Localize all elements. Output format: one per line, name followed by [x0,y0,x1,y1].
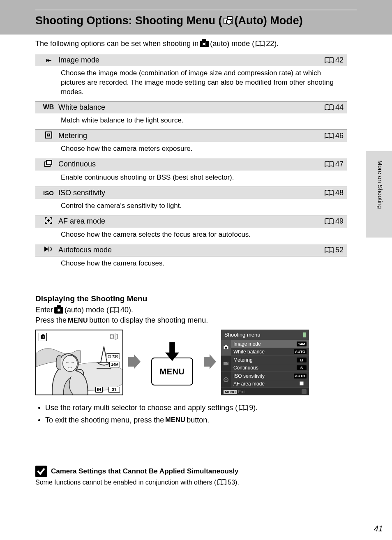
book-icon [325,218,334,224]
iso-icon: ISO [43,189,54,196]
option-label: AF area mode [58,217,325,226]
option-page: 52 [335,246,344,254]
text: Use the rotary multi selector to choose … [45,402,238,413]
option-desc: Enable continuous shooting or BSS (best … [35,171,347,187]
svg-rect-5 [46,160,52,165]
option-desc: Choose how the camera meters exposure. [35,142,347,158]
book-icon [256,41,265,47]
menu-item: ISO sensitivity AUTO [231,372,309,380]
option-desc: Choose how the camera selects the focus … [35,228,347,244]
option-row-header: ⇤ Image mode 42 [35,54,347,66]
option-row-header: Autofocus mode 52 [35,244,347,256]
option-page: 44 [335,103,344,112]
help-icon [302,389,307,394]
menu-item-value: AUTO [294,349,307,354]
instruction-list: Use the rotary multi selector to choose … [35,402,357,426]
text: Press the [35,316,67,325]
text: button to display the shooting menu. [89,316,208,325]
note-block: Camera Settings that Cannot Be Applied S… [35,463,357,486]
list-item: To exit the shooting menu, press the MEN… [45,414,357,426]
exit-label: Exit [238,389,246,394]
option-row-header: AF area mode 49 [35,215,347,228]
svg-marker-22 [227,362,228,365]
option-row-header: WB White balance 44 [35,101,347,113]
page-title: Shooting Options: Shooting Menu ( (Auto)… [35,10,357,27]
note-icon [35,466,47,477]
svg-point-17 [63,355,77,372]
menu-item-value: 14M [297,342,307,346]
card-badge: IN [95,387,103,393]
option-desc: Match white balance to the light source. [35,113,347,129]
menu-item-label: ISO sensitivity [233,373,265,379]
menu-title: Shooting menu [224,332,260,338]
arrow-right-icon [128,354,141,371]
option-page: 42 [335,56,344,65]
svg-point-24 [226,379,227,381]
af-area-icon [44,217,53,226]
menu-item-label: White balance [233,349,265,355]
intro-paragraph: The following options can be set when sh… [35,39,357,48]
exit-tag: MENU [224,390,237,394]
continuous-icon [44,160,53,169]
menu-item-label: Image mode [233,341,261,347]
book-icon [325,104,334,111]
option-label: Metering [58,132,325,140]
menu-item-label: AF area mode [233,381,265,387]
menu-item: AF area mode [231,380,309,388]
title-text-prefix: Shooting Options: Shooting Menu ( [35,14,222,27]
svg-point-18 [110,335,113,338]
tab-setup-icon [221,372,231,388]
option-label: Continuous [58,160,325,168]
live-view-illustration: ▢720 14M IN 31 [35,330,123,395]
intro-ref: 22). [266,39,279,48]
menu-word: MENU [68,317,88,324]
book-icon [325,133,334,139]
option-page: 47 [335,160,344,168]
note-text: Some functions cannot be enabled in conj… [35,479,216,486]
option-label: White balance [58,103,325,112]
press-menu-paragraph: Press the MENU button to display the sho… [35,316,357,325]
camera-icon [54,307,63,314]
movie-badge: ▢720 [106,353,120,359]
white-balance-icon: WB [43,104,54,111]
menu-item: Metering ⊡ [231,356,309,364]
option-label: ISO sensitivity [58,189,325,197]
autofocus-icon [44,246,53,254]
option-page: 49 [335,217,344,226]
text: button. [187,415,209,426]
title-text-suffix: (Auto) Mode) [234,14,302,27]
menu-item-label: Metering [233,357,253,363]
option-label: Image mode [58,56,325,65]
option-row-header: Continuous 47 [35,158,347,171]
text: To exit the shooting menu, press the [45,415,164,426]
menu-item-value: AUTO [294,374,307,378]
book-icon [217,479,226,485]
option-label: Autofocus mode [58,246,325,254]
metering-icon [45,132,52,140]
svg-rect-25 [300,382,303,385]
note-text: 53). [228,479,239,486]
book-icon [325,247,334,253]
camera-icon [224,18,233,24]
tab-shooting-icon [221,340,231,356]
svg-marker-20 [204,354,216,369]
intro-text: (auto) mode ( [210,39,254,48]
text: (auto) mode ( [65,306,109,314]
svg-rect-21 [224,362,227,365]
camera-icon [200,41,209,47]
intro-text: The following options can be set when sh… [35,39,198,48]
option-row-header: Metering 46 [35,129,347,142]
enter-mode-paragraph: Enter (auto) mode ( 40). [35,306,357,314]
book-icon [325,57,334,63]
menu-item-label: Continuous [233,365,258,371]
options-table: ⇤ Image mode 42 Choose the image mode (c… [35,54,347,272]
option-row-header: ISO ISO sensitivity 48 [35,187,347,199]
note-title: Camera Settings that Cannot Be Applied S… [51,467,239,475]
page-number: 41 [374,524,383,533]
menu-button-illustration: MENU [145,330,199,395]
list-item: Use the rotary multi selector to choose … [45,402,357,413]
text: Enter [35,306,53,314]
menu-item-value [297,381,307,387]
svg-rect-12 [48,247,49,252]
menu-item: Image mode 14M [231,340,309,348]
